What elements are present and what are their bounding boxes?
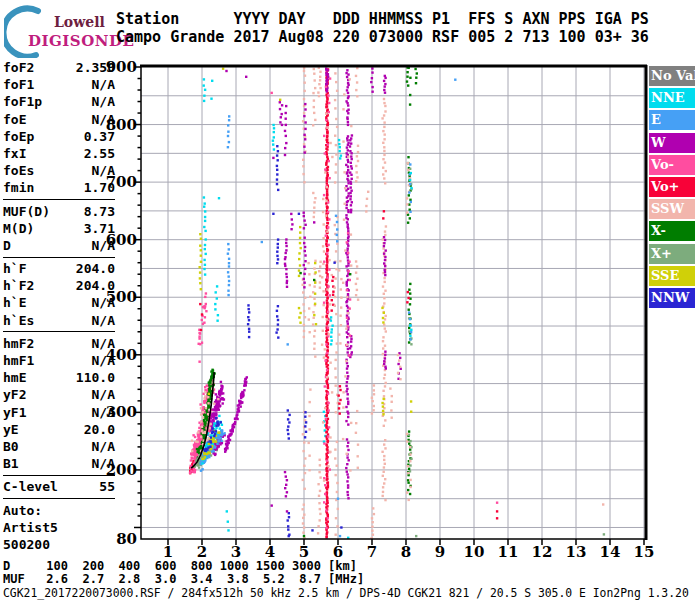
legend-item-e: E [649,110,695,130]
legend-label: X- [651,223,666,238]
legend-item-ssw: SSW [649,199,695,219]
legend-label: E [651,112,661,127]
x-tick-label: 9 [435,543,445,561]
legend-item-vo+: Vo+ [649,177,695,197]
y-tick-label: 700 [106,173,137,191]
legend-label: X+ [651,246,672,261]
legend-item-sse: SSE [649,266,695,286]
legend-label: SSW [651,201,684,216]
y-tick-label: 200 [106,461,137,479]
x-tick-label: 14 [600,543,621,561]
legend-label: Vo+ [651,179,679,194]
x-tick-label: 8 [401,543,411,561]
ionogram-plot: 9008007006005004003002008012345678910111… [0,0,700,600]
x-tick-label: 11 [498,543,519,561]
points-layer [189,66,605,539]
legend-label: No Val [651,68,695,83]
echo-direction-legend: No ValNNEEWVo-Vo+SSWX-X+SSENNW [649,66,695,310]
legend-item-nnw: NNW [649,288,695,308]
legend-label: NNW [651,290,689,305]
x-tick-label: 10 [464,543,485,561]
legend-item-noval: No Val [649,66,695,86]
y-tick-label: 500 [106,288,137,306]
muf-row: MUF 2.6 2.7 2.8 3.0 3.4 3.8 5.2 8.7 [MHz… [3,572,364,586]
grid-layer [141,66,646,539]
legend-label: Vo- [651,157,674,172]
legend-label: W [651,135,666,150]
legend-label: SSE [651,268,679,283]
y-tick-label: 600 [106,231,137,249]
legend-label: NNE [651,90,685,105]
axis-layer: 9008007006005004003002008012345678910111… [106,58,655,561]
x-tick-label: 15 [634,543,655,561]
x-tick-label: 7 [367,543,377,561]
legend-item-vo-: Vo- [649,155,695,175]
y-tick-label: 800 [106,116,137,134]
y-tick-label: 300 [106,403,137,421]
y-tick-label: 400 [106,346,137,364]
y-tick-label: 900 [106,58,137,76]
legend-item-x-: X- [649,221,695,241]
x-tick-label: 12 [532,543,553,561]
file-info-row: CGK21_2017220073000.RSF / 284fx512h 50 k… [3,586,689,600]
legend-item-w: W [649,133,695,153]
y-tick-label: 80 [116,530,137,548]
distance-row: D 100 200 400 600 800 1000 1500 3000 [km… [3,559,357,573]
x-tick-label: 13 [566,543,587,561]
legend-item-nne: NNE [649,88,695,108]
legend-item-x+: X+ [649,244,695,264]
ionogram-page: Lowell DIGISONDE Station YYYY DAY DDD HH… [0,0,700,600]
